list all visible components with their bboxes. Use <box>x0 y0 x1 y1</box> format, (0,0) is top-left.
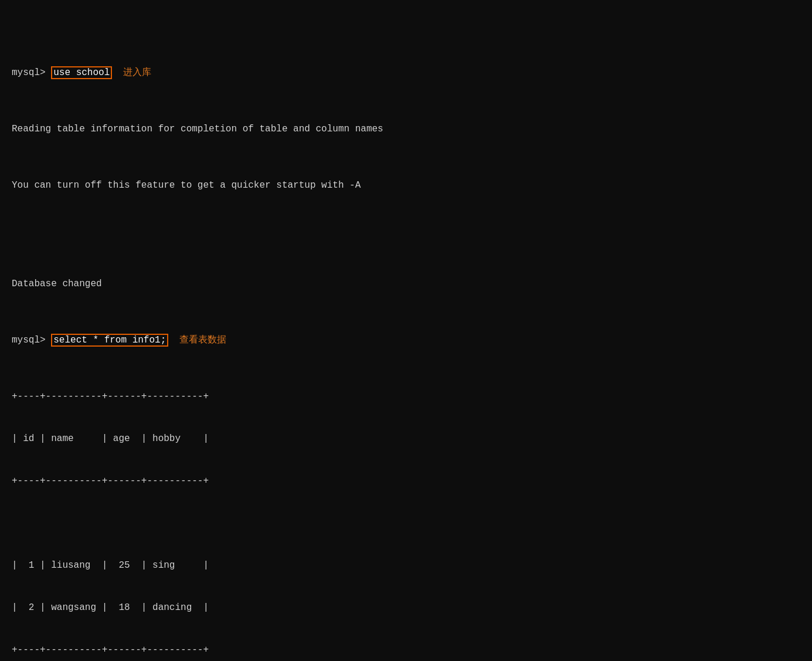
line-db-changed: Database changed <box>12 277 800 291</box>
line-you-can: You can turn off this feature to get a q… <box>12 178 800 192</box>
blank-1 <box>12 221 800 235</box>
table-sep-2: +----+----------+------+----------+ <box>12 474 800 488</box>
table-sep-1: +----+----------+------+----------+ <box>12 389 800 404</box>
prompt-2: mysql> <box>12 335 51 345</box>
blank-2 <box>12 516 800 530</box>
annotation-view-data: 查看表数据 <box>168 335 226 345</box>
line-reading: Reading table information for completion… <box>12 122 800 136</box>
prompt-1: mysql> <box>12 67 51 78</box>
table-sep-3: +----+----------+------+----------+ <box>12 643 800 657</box>
table-row-1: | 1 | liusang | 25 | sing | <box>12 558 800 572</box>
cmd-select-1: select * from info1; <box>51 334 168 347</box>
table-row-2: | 2 | wangsang | 18 | dancing | <box>12 601 800 615</box>
table-header-1: | id | name | age | hobby | <box>12 432 800 446</box>
annotation-enter-db: 进入库 <box>112 67 151 78</box>
terminal-window: mysql> use school 进入库 Reading table info… <box>12 9 800 661</box>
cmd-use-school: use school <box>51 66 112 79</box>
line-select-1: mysql> select * from info1; 查看表数据 <box>12 333 800 347</box>
line-use-school: mysql> use school 进入库 <box>12 66 800 80</box>
